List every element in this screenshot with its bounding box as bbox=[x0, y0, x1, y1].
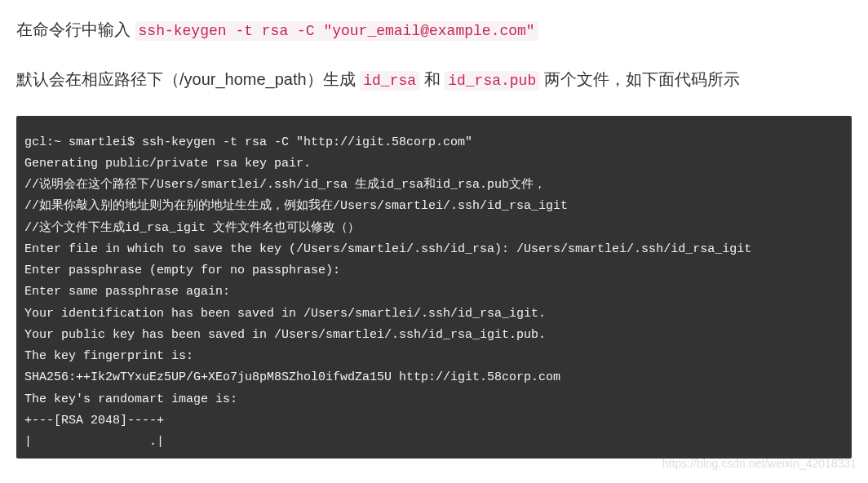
para2-part1: 默认会在相应路径下（/your_home_path）生成 bbox=[16, 70, 356, 88]
terminal-lines: gcl:~ smartlei$ ssh-keygen -t rsa -C "ht… bbox=[24, 135, 751, 450]
para2-code2: id_rsa.pub bbox=[445, 71, 539, 91]
paragraph-2: 默认会在相应路径下（/your_home_path）生成 id_rsa 和 id… bbox=[16, 66, 852, 93]
para2-code1: id_rsa bbox=[360, 71, 419, 91]
paragraph-1: 在命令行中输入 ssh-keygen -t rsa -C "your_email… bbox=[16, 16, 852, 43]
para2-part3: 两个文件，如下面代码所示 bbox=[544, 70, 740, 88]
para2-part2: 和 bbox=[424, 70, 441, 88]
watermark: https://blog.csdn.net/weixin_42018331 bbox=[662, 457, 857, 470]
para1-inline-code: ssh-keygen -t rsa -C "your_email@example… bbox=[135, 21, 538, 41]
para1-prefix: 在命令行中输入 bbox=[16, 20, 131, 38]
terminal-code-block: gcl:~ smartlei$ ssh-keygen -t rsa -C "ht… bbox=[16, 116, 852, 459]
